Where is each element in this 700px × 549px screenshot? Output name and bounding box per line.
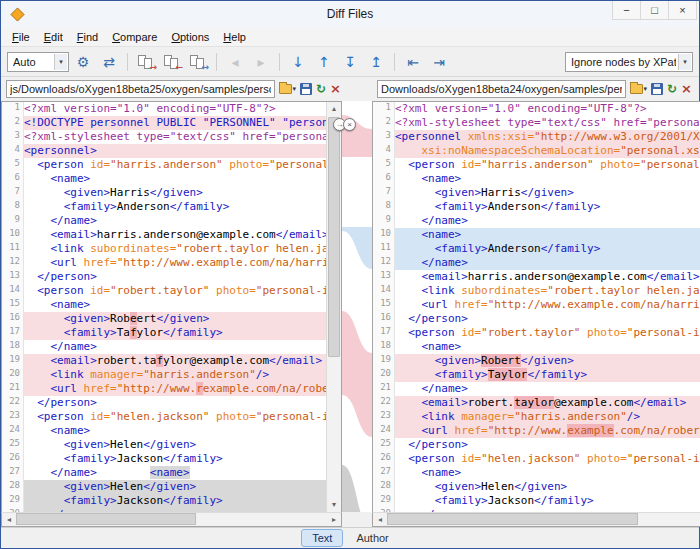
code-line: xsi:noNamespaceSchemaLocation="personal.… <box>395 144 700 158</box>
diff-connector-svg <box>342 101 372 512</box>
scroll-right-arrow[interactable]: ▸ <box>327 515 341 524</box>
code-line: </name> <box>24 214 326 228</box>
refresh-button[interactable]: ↻ <box>316 80 326 98</box>
code-line: <?xml-stylesheet type="text/css" href="p… <box>395 116 700 130</box>
code-line: <personnel xmlns:xsi="http://www.w3.org/… <box>395 130 700 144</box>
scroll-up-arrow[interactable]: ▴ <box>327 102 341 116</box>
code-line: <family>Jackson</family> <box>395 494 700 508</box>
vscrollbar-thumb[interactable] <box>328 117 340 357</box>
code-line: <?xml version="1.0" encoding="UTF-8"?> <box>395 102 700 116</box>
code-line: </name> <name> <box>24 466 326 480</box>
left-file-selector: ▾↻× <box>4 80 345 98</box>
xpath-filter-select[interactable]: Ignore nodes by XPath▾ <box>565 52 693 72</box>
code-line: <family>Anderson</family> <box>395 242 700 256</box>
title-bar[interactable]: Diff Files − □ × <box>1 1 699 27</box>
menu-edit[interactable]: Edit <box>37 29 70 45</box>
left-code[interactable]: <?xml version="1.0" encoding="UTF-8"?><!… <box>24 102 326 512</box>
browse-button[interactable]: ▾ <box>630 80 648 98</box>
left-vscrollbar[interactable]: ▴ ▾ <box>326 102 341 512</box>
right-editor-pane: 1234567891011121314151617181920212223242… <box>372 101 700 527</box>
copy-all-changes-right-button[interactable]: → <box>134 51 158 73</box>
diff-options-gear-icon[interactable]: ⚙ <box>71 51 95 73</box>
tab-author[interactable]: Author <box>346 530 398 546</box>
window-controls: − □ × <box>613 1 697 27</box>
menu-find[interactable]: Find <box>70 29 105 45</box>
algorithm-select[interactable]: Auto▾ <box>7 52 69 72</box>
diff-options-gear-icon-glyph: ⚙ <box>77 54 90 70</box>
right-file-path-input[interactable] <box>377 80 626 98</box>
code-line: <email>harris.anderson@example.com</emai… <box>24 228 326 242</box>
close-icon: × <box>681 82 692 96</box>
code-line: <personnel> <box>24 144 326 158</box>
copy-all-changes-left-button[interactable]: ← <box>160 51 184 73</box>
menu-compare[interactable]: Compare <box>105 29 164 45</box>
code-line: <?xml-stylesheet type="text/css" href="p… <box>24 130 326 144</box>
code-line: <email>robert.taylor@example.com</email> <box>395 396 700 410</box>
chevron-down-icon: ▾ <box>54 54 67 70</box>
hscrollbar-thumb[interactable] <box>16 513 196 525</box>
close-file-button[interactable]: × <box>681 80 692 98</box>
tab-text[interactable]: Text <box>301 529 343 547</box>
menu-help[interactable]: Help <box>216 29 253 45</box>
code-line: <url href="http://www.example.com/na/har… <box>24 256 326 270</box>
toolbar-separator <box>279 53 280 71</box>
menu-file[interactable]: File <box>5 29 37 45</box>
code-line: <given>Robeert</given> <box>24 312 326 326</box>
main-toolbar: Auto▾⚙⇄→←↔◂▸↓↑↧↥⇤⇥Ignore nodes by XPath▾ <box>1 47 699 77</box>
code-line: <given>Robert</given> <box>395 354 700 368</box>
previous-difference-button[interactable]: ↑ <box>312 51 336 73</box>
ignore-change-button[interactable]: × <box>343 118 356 131</box>
right-file-toolbar: ▾↻× <box>628 80 694 98</box>
copy-change-to-left-glyph: ⇤ <box>407 54 419 70</box>
code-line: <name> <box>395 172 700 186</box>
refresh-button[interactable]: ↻ <box>667 80 677 98</box>
maximize-button[interactable]: □ <box>640 1 669 20</box>
code-line: <?xml version="1.0" encoding="UTF-8"?> <box>24 102 326 116</box>
right-gutter: 1234567891011121314151617181920212223242… <box>373 102 395 512</box>
minimize-button[interactable]: − <box>612 1 641 20</box>
next-difference-button[interactable]: ↓ <box>286 51 310 73</box>
scroll-left-arrow[interactable]: ◂ <box>2 515 16 524</box>
hscrollbar-thumb[interactable] <box>387 513 638 525</box>
code-line: <given>Harris</given> <box>395 186 700 200</box>
left-gutter: 1234567891011121314151617181920212223242… <box>2 102 24 512</box>
right-file-selector: ▾↻× <box>375 80 696 98</box>
perform-comparison-icon[interactable]: ⇄ <box>97 51 121 73</box>
copy-change-to-right-button[interactable]: ⇥ <box>427 51 451 73</box>
copy-change-to-left-button[interactable]: ⇤ <box>401 51 425 73</box>
code-line: <name> <box>395 228 700 242</box>
right-code[interactable]: <?xml version="1.0" encoding="UTF-8"?><?… <box>395 102 700 512</box>
close-file-button[interactable]: × <box>330 80 341 98</box>
previous-difference-glyph: ↑ <box>318 54 330 70</box>
menu-bar: FileEditFindCompareOptionsHelp <box>1 27 699 47</box>
left-file-toolbar: ▾↻× <box>277 80 343 98</box>
last-difference-button[interactable]: ↧ <box>338 51 362 73</box>
code-line: <person id="harris.anderson" photo="pers… <box>24 158 326 172</box>
folder-icon <box>630 84 643 94</box>
code-line: </name> <box>395 382 700 396</box>
right-hscrollbar[interactable]: ◂ ▸ <box>372 512 700 527</box>
scroll-left-arrow[interactable]: ◂ <box>373 515 387 524</box>
scroll-down-arrow[interactable]: ▾ <box>327 498 341 512</box>
code-line: <family>Tafylor</family> <box>24 326 326 340</box>
chevron-down-icon: ▾ <box>293 85 297 93</box>
left-hscrollbar[interactable]: ◂ ▸ <box>1 512 342 527</box>
code-line: </person> <box>395 312 700 326</box>
diff-editors: 1234567891011121314151617181920212223242… <box>1 101 699 527</box>
code-line: <person id="helen.jackson" photo="person… <box>24 410 326 424</box>
menu-options[interactable]: Options <box>164 29 216 45</box>
previous-block-glyph: ◂ <box>231 54 238 70</box>
code-line: <url href="http://www.example.com/na/rob… <box>395 424 700 438</box>
save-button[interactable] <box>300 80 312 98</box>
browse-button[interactable]: ▾ <box>279 80 297 98</box>
next-block-button[interactable]: ▸ <box>249 51 273 73</box>
first-difference-button[interactable]: ↥ <box>364 51 388 73</box>
code-line: <given>Helen</given> <box>24 438 326 452</box>
left-file-path-input[interactable] <box>6 80 275 98</box>
previous-block-button[interactable]: ◂ <box>223 51 247 73</box>
close-button[interactable]: × <box>668 1 697 20</box>
code-line: <family>Jackson</family> <box>24 494 326 508</box>
code-line: </name> <box>395 214 700 228</box>
show-source-compare-button[interactable]: ↔ <box>186 51 210 73</box>
save-button[interactable] <box>651 80 663 98</box>
